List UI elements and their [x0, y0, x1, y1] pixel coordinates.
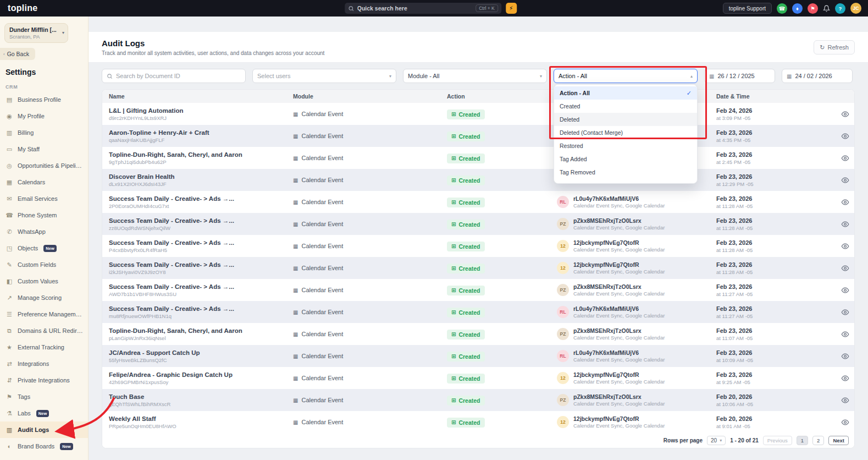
notifications-button[interactable]	[823, 5, 830, 12]
sidebar-item[interactable]: ⇄ Integrations	[0, 355, 88, 372]
sidebar-item[interactable]: ⧉ Domains & URL Redire...	[0, 322, 88, 339]
sidebar-item[interactable]: ⚗ Labs New	[0, 405, 88, 421]
table-row: Touch Base gEQhTfSWhLfBihRMXscR ▦ Calend…	[102, 389, 854, 411]
view-details-button[interactable]	[841, 396, 849, 404]
row-name: Success Team Daily - Creative- > Ads →..…	[109, 217, 284, 224]
sidebar-item[interactable]: ◳ Objects New	[0, 240, 88, 256]
quick-actions-button[interactable]: ⚡	[506, 3, 517, 14]
dropdown-option[interactable]: Deleted	[554, 113, 697, 126]
row-name: JC/Andrea - Support Catch Up	[109, 349, 284, 356]
row-doc-id: i2kJSHyavi0VZ9J9zOY8	[109, 269, 286, 275]
view-details-button[interactable]	[841, 374, 849, 382]
help-button[interactable]: ?	[835, 3, 845, 14]
user-id: 12jbckympfNvEg7QtofR	[573, 371, 665, 378]
users-filter-select[interactable]: Select users ▾	[252, 69, 396, 83]
row-doc-id: dLx91X2IOHXJ6dsI43JF	[109, 181, 286, 187]
dropdown-option[interactable]: Deleted (Contact Merge)	[554, 126, 697, 139]
support-button[interactable]: topline Support	[723, 3, 772, 14]
phone-button[interactable]: ☎	[777, 3, 787, 14]
search-icon	[107, 73, 113, 79]
next-page-button[interactable]: Next	[828, 436, 849, 445]
sidebar-item[interactable]: ▭ My Staff	[0, 141, 88, 157]
sidebar-item[interactable]: ✎ Custom Fields	[0, 256, 88, 273]
created-icon: ⊞	[451, 177, 456, 183]
user-id: pZkx8MSEhRxjTzO0Lsrx	[573, 217, 665, 224]
row-time: at 11:28 AM -05	[716, 247, 836, 253]
rows-per-page-select[interactable]: 20 ▾	[707, 436, 726, 445]
action-label: Created	[458, 287, 480, 294]
user-description: Calendar Event Sync, Google Calendar	[573, 335, 665, 341]
date-from-input[interactable]: ▦ 26 / 12 / 2025	[704, 69, 775, 83]
sidebar-item[interactable]: ▥ Billing	[0, 124, 88, 141]
calendar-icon: ▦	[293, 309, 298, 315]
sidebar-item[interactable]: ◉ My Profile	[0, 108, 88, 124]
view-details-button[interactable]	[841, 176, 849, 184]
action-filter-select[interactable]: Action - All ▴	[554, 69, 698, 83]
dropdown-option[interactable]: Tag Removed	[554, 166, 697, 179]
dropdown-option[interactable]: Updated	[554, 179, 697, 184]
view-details-button[interactable]	[841, 330, 849, 338]
row-user: 12 12jbckympfNvEg7QtofR Calendar Event S…	[557, 239, 710, 253]
new-badge: New	[36, 410, 49, 417]
row-date: Feb 23, 2026	[716, 129, 836, 136]
document-id-search[interactable]	[102, 69, 246, 83]
view-details-button[interactable]	[841, 286, 849, 294]
view-details-button[interactable]	[841, 198, 849, 206]
sidebar-item[interactable]: ▤ Business Profile	[0, 91, 88, 108]
dropdown-option[interactable]: Created	[554, 100, 697, 113]
dropdown-option[interactable]: Tag Added	[554, 152, 697, 166]
rewards-button[interactable]: ♦	[792, 3, 803, 14]
view-details-button[interactable]	[841, 220, 849, 228]
sidebar-item[interactable]: ★ External Tracking	[0, 339, 88, 355]
account-switcher[interactable]: Dunder Mifflin [... Scranton, PA ▾	[4, 23, 68, 43]
dropdown-option-label: Deleted (Contact Merge)	[560, 129, 623, 136]
settings-sidebar: Dunder Mifflin [... Scranton, PA ▾ ‹ Go …	[0, 17, 89, 460]
view-details-button[interactable]	[841, 242, 849, 250]
sidebar-item[interactable]: ▦ Calendars	[0, 174, 88, 190]
go-back-button[interactable]: ‹ Go Back	[0, 48, 35, 60]
view-details-button[interactable]	[841, 154, 849, 162]
sidebar-item[interactable]: ▥ Audit Logs	[0, 421, 88, 438]
sidebar-item[interactable]: ✆ WhatsApp	[0, 223, 88, 240]
new-badge: New	[60, 443, 73, 450]
page-number-button[interactable]: 2	[812, 436, 824, 445]
sidebar-item[interactable]: ⚑ Tags	[0, 388, 88, 405]
eye-icon	[841, 132, 849, 140]
view-details-button[interactable]	[841, 264, 849, 272]
sidebar-item[interactable]: ↗ Manage Scoring	[0, 289, 88, 306]
dropdown-option[interactable]: Restored	[554, 139, 697, 152]
sidebar-item-label: Audit Logs	[18, 426, 49, 433]
sidebar-item[interactable]: ◧ Custom Values	[0, 273, 88, 289]
view-details-button[interactable]	[841, 132, 849, 140]
table-row: Success Team Daily - Creative- > Ads →..…	[102, 235, 854, 257]
view-details-button[interactable]	[841, 352, 849, 360]
quick-search[interactable]: Ctrl + K	[345, 3, 501, 14]
user-avatar[interactable]: JC	[850, 3, 861, 14]
sidebar-item[interactable]: ⇵ Private Integrations	[0, 372, 88, 388]
module-filter-select[interactable]: Module - All ▾	[403, 69, 547, 83]
created-icon: ⊞	[451, 419, 456, 425]
row-doc-id: 55fyHsveBkLZBunsQ2fC	[109, 357, 286, 363]
dropdown-option[interactable]: Action - All ✓	[554, 86, 697, 100]
view-details-button[interactable]	[841, 110, 849, 118]
document-id-search-input[interactable]	[116, 73, 241, 79]
table-header-row: Name Module Action Date & Time	[102, 90, 854, 103]
refresh-button[interactable]: ↻ Refresh	[814, 40, 855, 54]
view-details-button[interactable]	[841, 308, 849, 316]
page-number-button[interactable]: 1	[797, 436, 808, 445]
row-user: PZ pZkx8MSEhRxjTzO0Lsrx Calendar Event S…	[557, 217, 710, 231]
new-badge: New	[43, 245, 56, 252]
previous-page-button[interactable]: Previous	[763, 436, 792, 445]
sidebar-item-label: Brand Boards	[18, 443, 54, 450]
sidebar-item-icon: ⇄	[5, 360, 13, 368]
date-to-input[interactable]: ▦ 24 / 02 / 2026	[782, 69, 853, 83]
sidebar-item[interactable]: ☎ Phone System	[0, 207, 88, 223]
sidebar-item[interactable]: ◎ Opportunities & Pipelines	[0, 157, 88, 174]
sidebar-item[interactable]: ✉ Email Services	[0, 190, 88, 207]
sidebar-item[interactable]: ◐ Brand Boards New	[0, 438, 88, 454]
quick-search-input[interactable]	[357, 5, 472, 12]
view-details-button[interactable]	[841, 418, 849, 426]
sidebar-item[interactable]: ☰ Preference Manageme...	[0, 306, 88, 322]
announcements-button[interactable]: ⚑	[808, 3, 818, 14]
row-user: PZ pZkx8MSEhRxjTzO0Lsrx Calendar Event S…	[557, 327, 710, 341]
